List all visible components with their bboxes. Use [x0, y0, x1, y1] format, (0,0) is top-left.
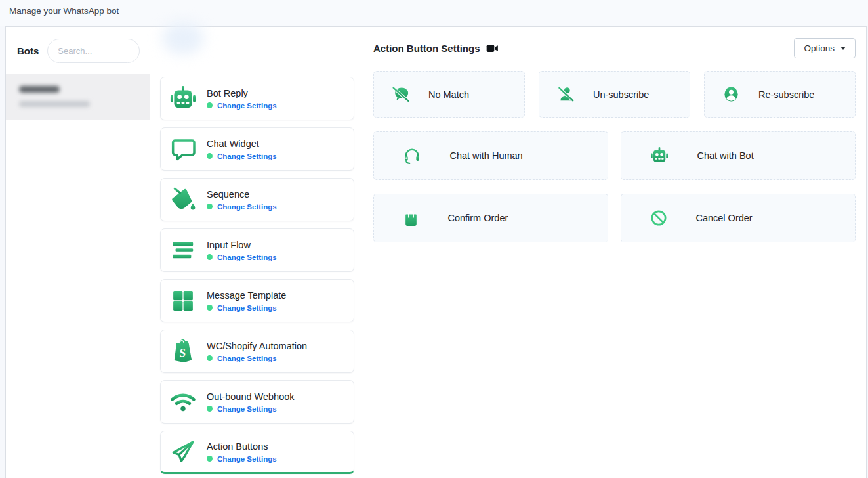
page-title: Manage your WhatsApp bot	[0, 0, 868, 26]
feature-card-outbound-webhook[interactable]: Out-bound Webhook Change Settings	[160, 380, 354, 424]
align-bars-icon	[168, 235, 198, 265]
action-card-confirm-order[interactable]: Confirm Order	[373, 194, 608, 242]
feature-card-shopify-automation[interactable]: S WC/Shopify Automation Change Settings	[160, 330, 354, 373]
status-dot	[207, 254, 213, 260]
options-button[interactable]: Options	[794, 38, 856, 58]
ban-icon	[650, 209, 668, 227]
blurred-avatar-blob	[162, 22, 204, 54]
change-settings-link[interactable]: Change Settings	[217, 152, 277, 160]
action-button-settings-panel: Action Button Settings Options	[363, 27, 866, 478]
options-button-label: Options	[804, 43, 835, 53]
action-card-no-match[interactable]: No Match	[373, 71, 525, 118]
action-card-label: Chat with Bot	[697, 150, 753, 161]
action-card-resubscribe[interactable]: Re-subscribe	[704, 71, 856, 118]
grid-squares-icon	[168, 286, 198, 316]
chevron-down-icon	[840, 47, 846, 50]
bot-search-input[interactable]	[47, 39, 140, 63]
feature-card-chat-widget[interactable]: Chat Widget Change Settings	[160, 127, 354, 171]
robot-icon	[650, 146, 669, 165]
change-settings-link[interactable]: Change Settings	[217, 405, 277, 413]
status-dot	[207, 204, 213, 209]
robot-icon	[168, 83, 198, 114]
feature-title: Action Buttons	[207, 441, 277, 452]
user-circle-icon	[722, 85, 740, 103]
change-settings-link[interactable]: Change Settings	[217, 455, 277, 463]
feature-title: Sequence	[207, 189, 277, 200]
action-card-label: Confirm Order	[447, 213, 508, 223]
main-container: Bots	[5, 26, 867, 478]
sidebar-header: Bots	[6, 27, 150, 74]
feature-title: Message Template	[207, 290, 286, 301]
action-card-label: No Match	[428, 89, 469, 100]
bot-features-column: Bot Reply Change Settings Chat Widget Ch…	[150, 27, 363, 478]
action-card-label: Cancel Order	[695, 213, 752, 223]
status-dot	[207, 456, 213, 462]
feature-title: Chat Widget	[207, 139, 277, 149]
feature-card-action-buttons[interactable]: Action Buttons Change Settings	[160, 431, 354, 474]
feature-card-message-template[interactable]: Message Template Change Settings	[160, 279, 354, 322]
comment-slash-icon	[392, 85, 410, 104]
svg-text:S: S	[178, 346, 186, 360]
change-settings-link[interactable]: Change Settings	[217, 102, 277, 110]
feature-title: Out-bound Webhook	[207, 391, 295, 402]
change-settings-link[interactable]: Change Settings	[217, 304, 277, 312]
change-settings-link[interactable]: Change Settings	[217, 253, 277, 261]
action-card-chat-with-human[interactable]: Chat with Human	[373, 131, 608, 180]
headset-icon	[402, 146, 422, 165]
feature-card-input-flow[interactable]: Input Flow Change Settings	[160, 228, 354, 272]
status-dot	[207, 102, 213, 108]
action-card-cancel-order[interactable]: Cancel Order	[621, 194, 856, 242]
bot-phone-redacted	[19, 101, 90, 107]
status-dot	[207, 153, 213, 159]
action-card-unsubscribe[interactable]: Un-subscribe	[539, 71, 690, 118]
change-settings-link[interactable]: Change Settings	[217, 355, 277, 362]
feature-title: Input Flow	[207, 240, 277, 250]
fill-drip-icon	[168, 185, 198, 215]
action-card-label: Re-subscribe	[758, 89, 814, 100]
status-dot	[207, 305, 213, 311]
change-settings-link[interactable]: Change Settings	[217, 203, 277, 211]
feature-title: WC/Shopify Automation	[207, 341, 307, 351]
shopping-bag-icon	[402, 209, 420, 227]
wifi-icon	[168, 387, 198, 417]
action-card-label: Chat with Human	[449, 150, 522, 161]
status-dot	[207, 355, 213, 361]
bots-title: Bots	[17, 45, 39, 56]
status-dot	[207, 406, 213, 412]
action-card-chat-with-bot[interactable]: Chat with Bot	[621, 131, 856, 180]
bots-sidebar: Bots	[6, 27, 150, 478]
shopify-bag-icon: S	[168, 336, 198, 366]
bot-name-redacted	[19, 86, 60, 93]
feature-card-bot-reply[interactable]: Bot Reply Change Settings	[160, 77, 354, 120]
panel-title: Action Button Settings	[373, 43, 480, 54]
action-card-label: Un-subscribe	[593, 89, 649, 100]
selected-bot-item[interactable]	[6, 74, 150, 120]
feature-card-sequence[interactable]: Sequence Change Settings	[160, 178, 354, 221]
user-slash-icon	[557, 85, 575, 103]
chat-bubble-icon	[168, 134, 198, 164]
paper-plane-icon	[168, 437, 198, 467]
feature-title: Bot Reply	[207, 88, 277, 98]
video-camera-icon[interactable]	[486, 44, 499, 53]
